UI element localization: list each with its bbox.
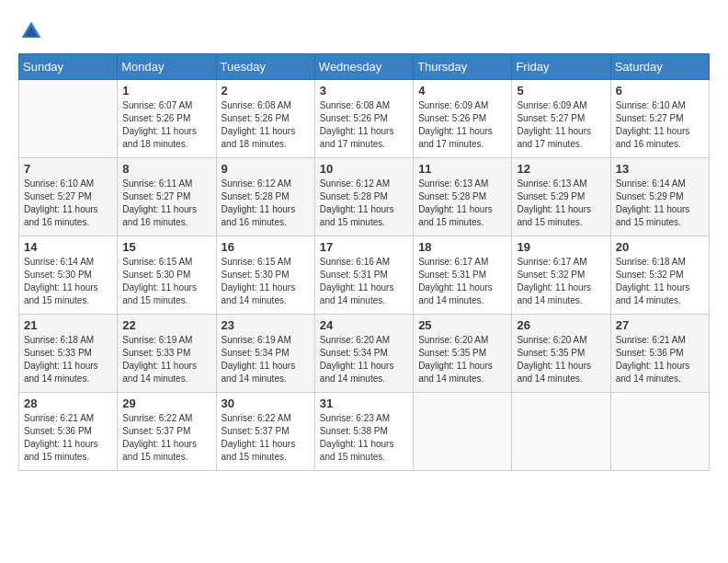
day-info: Sunrise: 6:20 AMSunset: 5:35 PMDaylight:… [418, 334, 506, 385]
day-number: 23 [222, 318, 310, 332]
day-info: Sunrise: 6:08 AMSunset: 5:26 PMDaylight:… [320, 99, 408, 151]
day-info: Sunrise: 6:15 AMSunset: 5:30 PMDaylight:… [222, 256, 310, 307]
day-info: Sunrise: 6:15 AMSunset: 5:30 PMDaylight:… [122, 256, 210, 307]
day-info: Sunrise: 6:19 AMSunset: 5:34 PMDaylight:… [222, 334, 310, 385]
calendar-cell: 19Sunrise: 6:17 AMSunset: 5:32 PMDayligh… [512, 236, 610, 315]
day-number: 15 [122, 240, 210, 254]
calendar-cell: 26Sunrise: 6:20 AMSunset: 5:35 PMDayligh… [512, 315, 610, 393]
calendar-week-row: 21Sunrise: 6:18 AMSunset: 5:33 PMDayligh… [19, 315, 710, 393]
day-info: Sunrise: 6:09 AMSunset: 5:27 PMDaylight:… [517, 99, 605, 151]
day-number: 31 [320, 396, 408, 410]
day-info: Sunrise: 6:10 AMSunset: 5:27 PMDaylight:… [24, 178, 112, 229]
day-info: Sunrise: 6:14 AMSunset: 5:30 PMDaylight:… [24, 256, 112, 307]
day-number: 28 [24, 396, 112, 410]
day-number: 25 [418, 318, 506, 332]
day-number: 10 [320, 162, 408, 176]
calendar-cell: 24Sunrise: 6:20 AMSunset: 5:34 PMDayligh… [314, 315, 413, 393]
day-number: 3 [320, 84, 408, 98]
day-info: Sunrise: 6:07 AMSunset: 5:26 PMDaylight:… [122, 99, 210, 151]
calendar-cell: 23Sunrise: 6:19 AMSunset: 5:34 PMDayligh… [216, 315, 314, 393]
weekday-header-cell: Saturday [610, 54, 709, 80]
day-info: Sunrise: 6:20 AMSunset: 5:35 PMDaylight:… [517, 334, 605, 385]
day-number: 27 [616, 318, 704, 332]
calendar-cell: 22Sunrise: 6:19 AMSunset: 5:33 PMDayligh… [118, 315, 216, 393]
day-info: Sunrise: 6:16 AMSunset: 5:31 PMDaylight:… [320, 256, 408, 307]
calendar-cell: 5Sunrise: 6:09 AMSunset: 5:27 PMDaylight… [512, 80, 610, 158]
day-number: 26 [517, 318, 605, 332]
day-number: 2 [222, 84, 310, 98]
calendar-cell: 21Sunrise: 6:18 AMSunset: 5:33 PMDayligh… [19, 315, 118, 393]
day-info: Sunrise: 6:17 AMSunset: 5:32 PMDaylight:… [517, 256, 605, 307]
day-info: Sunrise: 6:18 AMSunset: 5:32 PMDaylight:… [616, 256, 704, 307]
day-info: Sunrise: 6:13 AMSunset: 5:28 PMDaylight:… [418, 178, 506, 229]
day-number: 29 [122, 396, 210, 410]
day-info: Sunrise: 6:21 AMSunset: 5:36 PMDaylight:… [24, 412, 112, 464]
day-number: 18 [418, 240, 506, 254]
calendar-cell: 31Sunrise: 6:23 AMSunset: 5:38 PMDayligh… [314, 393, 413, 471]
day-number: 22 [122, 318, 210, 332]
day-number: 4 [418, 84, 506, 98]
day-info: Sunrise: 6:22 AMSunset: 5:37 PMDaylight:… [122, 412, 210, 464]
day-number: 17 [320, 240, 408, 254]
weekday-header-cell: Thursday [414, 54, 512, 80]
calendar-cell: 30Sunrise: 6:22 AMSunset: 5:37 PMDayligh… [216, 393, 314, 471]
day-info: Sunrise: 6:12 AMSunset: 5:28 PMDaylight:… [320, 178, 408, 229]
day-info: Sunrise: 6:22 AMSunset: 5:37 PMDaylight:… [222, 412, 310, 464]
calendar-cell: 16Sunrise: 6:15 AMSunset: 5:30 PMDayligh… [216, 236, 314, 315]
calendar-week-row: 1Sunrise: 6:07 AMSunset: 5:26 PMDaylight… [19, 80, 710, 158]
day-info: Sunrise: 6:12 AMSunset: 5:28 PMDaylight:… [222, 178, 310, 229]
calendar-cell [610, 393, 709, 471]
weekday-header-cell: Wednesday [314, 54, 413, 80]
calendar-cell: 7Sunrise: 6:10 AMSunset: 5:27 PMDaylight… [19, 158, 118, 236]
day-number: 9 [222, 162, 310, 176]
calendar-cell: 9Sunrise: 6:12 AMSunset: 5:28 PMDaylight… [216, 158, 314, 236]
weekday-header-cell: Sunday [19, 54, 118, 80]
calendar-cell: 12Sunrise: 6:13 AMSunset: 5:29 PMDayligh… [512, 158, 610, 236]
calendar-week-row: 28Sunrise: 6:21 AMSunset: 5:36 PMDayligh… [19, 393, 710, 471]
day-number: 5 [517, 84, 605, 98]
calendar-cell: 27Sunrise: 6:21 AMSunset: 5:36 PMDayligh… [610, 315, 709, 393]
day-info: Sunrise: 6:11 AMSunset: 5:27 PMDaylight:… [122, 178, 210, 229]
day-number: 20 [616, 240, 704, 254]
calendar-cell: 11Sunrise: 6:13 AMSunset: 5:28 PMDayligh… [414, 158, 512, 236]
calendar-cell [19, 80, 118, 158]
calendar-cell: 20Sunrise: 6:18 AMSunset: 5:32 PMDayligh… [610, 236, 709, 315]
day-info: Sunrise: 6:13 AMSunset: 5:29 PMDaylight:… [517, 178, 605, 229]
calendar-cell: 17Sunrise: 6:16 AMSunset: 5:31 PMDayligh… [314, 236, 413, 315]
day-number: 11 [418, 162, 506, 176]
day-number: 12 [517, 162, 605, 176]
day-info: Sunrise: 6:20 AMSunset: 5:34 PMDaylight:… [320, 334, 408, 385]
calendar-cell: 14Sunrise: 6:14 AMSunset: 5:30 PMDayligh… [19, 236, 118, 315]
calendar-cell: 6Sunrise: 6:10 AMSunset: 5:27 PMDaylight… [610, 80, 709, 158]
calendar-cell: 10Sunrise: 6:12 AMSunset: 5:28 PMDayligh… [314, 158, 413, 236]
day-number: 13 [616, 162, 704, 176]
calendar-week-row: 7Sunrise: 6:10 AMSunset: 5:27 PMDaylight… [19, 158, 710, 236]
day-number: 19 [517, 240, 605, 254]
day-info: Sunrise: 6:09 AMSunset: 5:26 PMDaylight:… [418, 99, 506, 151]
header [18, 18, 710, 44]
day-info: Sunrise: 6:14 AMSunset: 5:29 PMDaylight:… [616, 178, 704, 229]
calendar-cell: 2Sunrise: 6:08 AMSunset: 5:26 PMDaylight… [216, 80, 314, 158]
day-info: Sunrise: 6:23 AMSunset: 5:38 PMDaylight:… [320, 412, 408, 464]
day-number: 21 [24, 318, 112, 332]
calendar-cell [414, 393, 512, 471]
day-number: 6 [616, 84, 704, 98]
logo-icon [18, 18, 44, 44]
weekday-header-cell: Tuesday [216, 54, 314, 80]
calendar-cell: 25Sunrise: 6:20 AMSunset: 5:35 PMDayligh… [414, 315, 512, 393]
calendar-cell: 1Sunrise: 6:07 AMSunset: 5:26 PMDaylight… [118, 80, 216, 158]
calendar-cell [512, 393, 610, 471]
calendar-cell: 13Sunrise: 6:14 AMSunset: 5:29 PMDayligh… [610, 158, 709, 236]
calendar: SundayMondayTuesdayWednesdayThursdayFrid… [18, 53, 710, 471]
weekday-header-cell: Friday [512, 54, 610, 80]
day-info: Sunrise: 6:21 AMSunset: 5:36 PMDaylight:… [616, 334, 704, 385]
calendar-cell: 3Sunrise: 6:08 AMSunset: 5:26 PMDaylight… [314, 80, 413, 158]
day-info: Sunrise: 6:10 AMSunset: 5:27 PMDaylight:… [616, 99, 704, 151]
calendar-cell: 18Sunrise: 6:17 AMSunset: 5:31 PMDayligh… [414, 236, 512, 315]
weekday-header-row: SundayMondayTuesdayWednesdayThursdayFrid… [19, 54, 710, 80]
logo [18, 18, 48, 44]
day-number: 14 [24, 240, 112, 254]
calendar-cell: 4Sunrise: 6:09 AMSunset: 5:26 PMDaylight… [414, 80, 512, 158]
day-info: Sunrise: 6:08 AMSunset: 5:26 PMDaylight:… [222, 99, 310, 151]
calendar-body: 1Sunrise: 6:07 AMSunset: 5:26 PMDaylight… [19, 80, 710, 471]
